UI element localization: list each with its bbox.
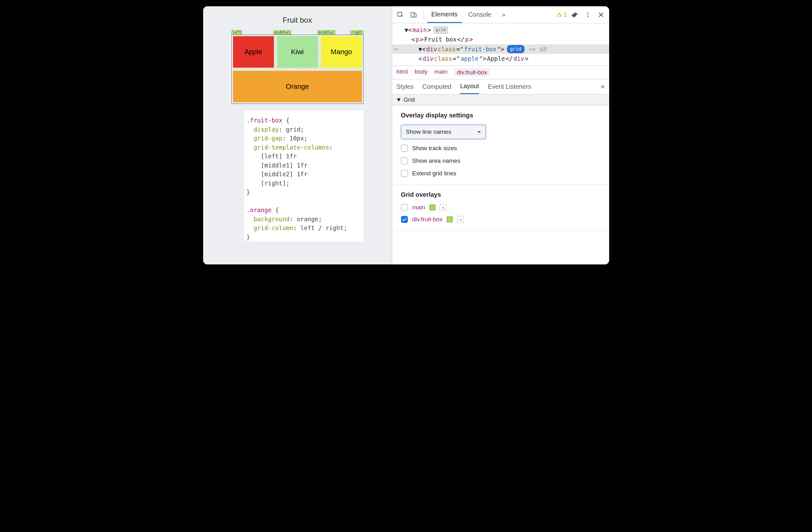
inspect-icon[interactable] — [395, 9, 406, 20]
grid-badge-selected[interactable]: grid — [507, 45, 525, 53]
gear-icon[interactable] — [569, 9, 580, 20]
svg-point-4 — [587, 14, 589, 15]
line-labels-select[interactable]: Show line names — [401, 125, 486, 139]
fruit-box-grid: Apple Kiwi Mango Orange — [233, 36, 362, 102]
ptab-event[interactable]: Event Listeners — [488, 79, 531, 94]
reveal-in-elements-icon[interactable] — [457, 216, 464, 223]
cell-mango[interactable]: Mango — [321, 36, 362, 68]
grid-line-label-left: left — [231, 30, 243, 34]
chk-show-track-sizes[interactable] — [401, 145, 408, 152]
dom-tree[interactable]: ▼<main>grid <p>Fruit box</p> ▼<div class… — [392, 23, 609, 66]
dom-node-child-text[interactable]: Apple — [487, 54, 505, 63]
tab-more[interactable]: » — [497, 6, 510, 23]
page-title: Fruit box — [203, 16, 392, 25]
warning-badge[interactable]: 1 — [557, 11, 567, 18]
grid-line-label-right: right — [350, 30, 363, 34]
chk-show-area-names[interactable] — [401, 157, 408, 164]
chk-overlay-fruit-box[interactable] — [401, 216, 408, 223]
grid-overlay-outline[interactable]: Apple Kiwi Mango Orange — [231, 34, 364, 104]
disclosure-triangle-icon: ▼ — [396, 96, 402, 103]
svg-point-3 — [587, 12, 589, 13]
grid-overlays-heading: Grid overlays — [401, 191, 600, 198]
devtools-toolbar: Elements Console » 1 — [392, 6, 609, 23]
dom-trail: == $0 — [528, 44, 546, 54]
ptab-more[interactable]: » — [601, 83, 605, 91]
app-window: Fruit box left middle1 middle2 right App… — [203, 6, 609, 264]
cell-apple[interactable]: Apple — [233, 36, 274, 68]
grid-badge-main[interactable]: grid — [434, 26, 448, 34]
tab-elements[interactable]: Elements — [427, 6, 462, 23]
grid-line-labels: left middle1 middle2 right — [231, 30, 364, 34]
ptab-layout[interactable]: Layout — [460, 79, 479, 94]
lbl-extend-grid-lines: Extend grid lines — [412, 170, 456, 177]
grid-overlays-group: Grid overlays main div.fruit-box — [392, 185, 609, 231]
fruit-box-wrapper: left middle1 middle2 right Apple Kiwi Ma… — [231, 30, 364, 104]
cell-orange[interactable]: Orange — [233, 71, 362, 102]
warning-count: 1 — [564, 11, 567, 18]
chk-extend-grid-lines[interactable] — [401, 170, 408, 177]
crumb-body[interactable]: body — [415, 68, 427, 76]
dom-node-main[interactable]: main — [412, 25, 427, 34]
crumb-fruit-box[interactable]: div.fruit-box — [454, 68, 490, 76]
panel-tabs: Styles Computed Layout Event Listeners » — [392, 79, 609, 95]
chk-overlay-main[interactable] — [401, 204, 408, 211]
section-header-grid[interactable]: ▼ Grid — [392, 95, 609, 106]
close-icon[interactable] — [595, 9, 607, 20]
cell-kiwi[interactable]: Kiwi — [277, 36, 318, 68]
overlay-settings-group: Overlay display settings Show line names… — [392, 106, 609, 185]
dom-node-selected[interactable]: ▼<div class="fruit-box"> grid == $0 — [392, 44, 609, 54]
devtools-panel: Elements Console » 1 ▼<main>grid <p>Frui… — [392, 6, 609, 264]
overlay-main-swatch[interactable] — [430, 205, 435, 210]
ptab-styles[interactable]: Styles — [396, 79, 414, 94]
crumb-html[interactable]: html — [396, 68, 408, 76]
device-toggle-icon[interactable] — [408, 9, 419, 20]
ptab-computed[interactable]: Computed — [422, 79, 451, 94]
svg-point-5 — [587, 16, 589, 17]
dom-node-p-text[interactable]: Fruit box — [424, 34, 456, 44]
sample-css-code: .fruit-box { display: grid; grid-gap: 10… — [244, 110, 364, 241]
overlay-settings-heading: Overlay display settings — [401, 112, 600, 119]
section-title: Grid — [404, 96, 415, 103]
crumb-main[interactable]: main — [435, 68, 448, 76]
overlay-fruit-label[interactable]: div.fruit-box — [412, 216, 443, 223]
dom-breadcrumbs: html body main div.fruit-box — [392, 66, 609, 79]
kebab-icon[interactable] — [582, 9, 593, 20]
toolbar-separator — [423, 10, 423, 19]
page-viewport: Fruit box left middle1 middle2 right App… — [203, 6, 392, 264]
overlay-fruit-swatch[interactable] — [447, 216, 452, 222]
layout-panel-body: Overlay display settings Show line names… — [392, 106, 609, 264]
grid-line-label-middle2: middle2 — [318, 30, 336, 34]
line-labels-select-value: Show line names — [406, 128, 452, 135]
tab-console[interactable]: Console — [464, 6, 496, 23]
svg-rect-2 — [414, 14, 416, 17]
grid-line-label-middle1: middle1 — [274, 30, 291, 34]
lbl-show-track-sizes: Show track sizes — [412, 145, 457, 152]
overlay-main-label[interactable]: main — [412, 204, 425, 211]
reveal-in-elements-icon[interactable] — [440, 204, 447, 211]
lbl-show-area-names: Show area names — [412, 157, 460, 164]
